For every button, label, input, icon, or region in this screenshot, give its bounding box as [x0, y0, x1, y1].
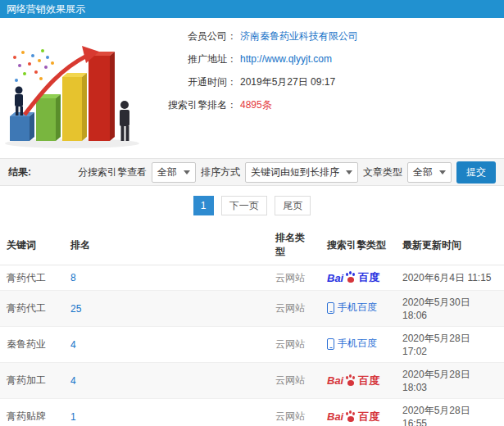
pagination: 1 下一页 尾页 [0, 196, 504, 215]
summary-panel: 会员公司： 济南秦鲁药业科技有限公司 推广地址： http://www.qlyy… [0, 18, 504, 153]
baidu-logo-cn: 百度 [358, 374, 379, 388]
paw-icon [345, 411, 356, 423]
keyword-cell: 秦鲁药业 [0, 327, 64, 363]
rank-link[interactable]: 1 [70, 411, 76, 423]
chevron-down-icon [439, 170, 446, 174]
mobile-baidu-label: 手机百度 [338, 337, 377, 351]
mobile-baidu-label: 手机百度 [338, 301, 377, 315]
baidu-logo-latin: Bai [327, 374, 343, 387]
updated-cell: 2020年5月28日 16:55 [396, 399, 504, 426]
chevron-down-icon [346, 170, 352, 174]
table-row: 膏药代工8云网站Bai百度2020年6月4日 11:15 [0, 265, 504, 291]
keyword-cell: 膏药代工 [0, 291, 64, 327]
paw-icon [345, 272, 356, 283]
confetti-dots [13, 49, 54, 82]
header-engine-type: 搜索引擎类型 [320, 225, 396, 265]
rank-cell: 4 [64, 327, 269, 363]
keyword-cell: 膏药代工 [0, 265, 64, 291]
updated-cell: 2020年5月28日 18:03 [396, 363, 504, 399]
page-last[interactable]: 尾页 [275, 196, 311, 215]
engine-filter-label: 分搜索引擎查看 [78, 165, 147, 179]
header-rank-type: 排名类型 [269, 225, 320, 265]
article-type-value: 全部 [413, 165, 433, 179]
marketing-chart-illustration [0, 18, 152, 153]
baidu-logo-cn: 百度 [358, 410, 379, 424]
submit-button[interactable]: 提交 [456, 161, 496, 184]
table-row: 膏药代工25云网站手机百度2020年5月30日 18:06 [0, 291, 504, 327]
keyword-cell: 膏药贴牌 [0, 399, 64, 426]
article-type-label: 文章类型 [363, 165, 402, 179]
rank-link[interactable]: 25 [70, 303, 81, 315]
open-time-label: 开通时间： [152, 75, 237, 89]
engine-cell: 手机百度 [320, 291, 396, 327]
rank-cell: 8 [64, 265, 269, 291]
member-info: 会员公司： 济南秦鲁药业科技有限公司 推广地址： http://www.qlyy… [152, 18, 504, 153]
baidu-logo: Bai百度 [327, 270, 379, 285]
filter-bar: 结果: 分搜索引擎查看 全部 排序方式 关键词由短到长排序 文章类型 全部 提交 [0, 158, 504, 186]
results-table: 关键词 排名 排名类型 搜索引擎类型 最新更新时间 膏药代工8云网站Bai百度2… [0, 225, 504, 426]
rank-type-cell: 云网站 [269, 363, 320, 399]
baidu-logo-cn: 百度 [358, 270, 379, 285]
info-row-company: 会员公司： 济南秦鲁药业科技有限公司 [152, 29, 504, 43]
page-next[interactable]: 下一页 [221, 196, 267, 215]
rank-count-label: 搜索引擎排名： [152, 98, 237, 112]
engine-filter-value: 全部 [157, 165, 177, 179]
info-row-open-time: 开通时间： 2019年5月27日 09:17 [152, 75, 504, 89]
engine-cell: Bai百度 [320, 265, 396, 291]
phone-icon [327, 302, 334, 314]
page-current[interactable]: 1 [193, 196, 214, 215]
rank-type-cell: 云网站 [269, 399, 320, 426]
bar-chart-graphic [0, 18, 152, 153]
table-row: 膏药加工4云网站Bai百度2020年5月28日 18:03 [0, 363, 504, 399]
rank-cell: 4 [64, 363, 269, 399]
keyword-cell: 膏药加工 [0, 363, 64, 399]
chevron-down-icon [184, 170, 190, 174]
businessman-left [15, 87, 23, 116]
sort-filter-value: 关键词由短到长排序 [251, 165, 339, 179]
header-keyword: 关键词 [0, 225, 64, 265]
bars [10, 52, 115, 141]
rank-link[interactable]: 4 [70, 339, 76, 351]
rank-link[interactable]: 4 [70, 375, 76, 387]
engine-cell: 手机百度 [320, 327, 396, 363]
updated-cell: 2020年6月4日 11:15 [396, 265, 504, 291]
engine-cell: Bai百度 [320, 399, 396, 426]
updated-cell: 2020年5月28日 17:02 [396, 327, 504, 363]
rank-cell: 1 [64, 399, 269, 426]
company-link[interactable]: 济南秦鲁药业科技有限公司 [240, 29, 358, 43]
results-table-body: 膏药代工8云网站Bai百度2020年6月4日 11:15膏药代工25云网站手机百… [0, 265, 504, 426]
result-label: 结果: [8, 165, 31, 179]
baidu-logo-latin: Bai [327, 272, 343, 284]
mobile-baidu-logo: 手机百度 [327, 337, 377, 351]
rank-cell: 25 [64, 291, 269, 327]
window-title-bar: 网络营销效果展示 [0, 0, 504, 18]
page-title: 网络营销效果展示 [7, 3, 85, 15]
rank-link[interactable]: 8 [70, 272, 76, 283]
engine-filter-select[interactable]: 全部 [152, 162, 196, 183]
baidu-logo-latin: Bai [327, 410, 343, 423]
growth-arrow-icon [25, 46, 99, 115]
info-row-rank-count: 搜索引擎排名： 4895条 [152, 98, 504, 112]
baidu-logo: Bai百度 [327, 374, 379, 388]
paw-icon [345, 375, 356, 387]
updated-cell: 2020年5月30日 18:06 [396, 291, 504, 327]
mobile-baidu-logo: 手机百度 [327, 301, 377, 315]
rank-type-cell: 云网站 [269, 327, 320, 363]
company-label: 会员公司： [152, 29, 237, 43]
businessman-right [120, 101, 129, 141]
article-type-select[interactable]: 全部 [407, 162, 452, 183]
sort-filter-label: 排序方式 [201, 165, 240, 179]
rank-type-cell: 云网站 [269, 265, 320, 291]
open-time-value: 2019年5月27日 09:17 [240, 75, 335, 89]
promo-url-label: 推广地址： [152, 52, 237, 66]
table-row: 膏药贴牌1云网站Bai百度2020年5月28日 16:55 [0, 399, 504, 426]
header-updated: 最新更新时间 [396, 225, 504, 265]
engine-cell: Bai百度 [320, 363, 396, 399]
phone-icon [327, 338, 334, 350]
rank-type-cell: 云网站 [269, 291, 320, 327]
baidu-logo: Bai百度 [327, 410, 379, 424]
promo-url-link[interactable]: http://www.qlyyjt.com [240, 53, 332, 65]
table-row: 秦鲁药业4云网站手机百度2020年5月28日 17:02 [0, 327, 504, 363]
sort-filter-select[interactable]: 关键词由短到长排序 [245, 162, 358, 183]
table-header-row: 关键词 排名 排名类型 搜索引擎类型 最新更新时间 [0, 225, 504, 265]
